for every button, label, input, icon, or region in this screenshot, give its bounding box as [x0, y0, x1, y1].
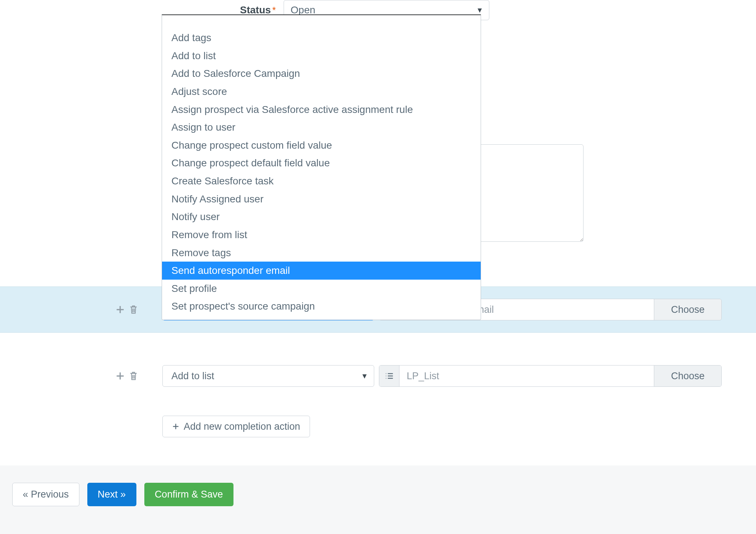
- previous-button[interactable]: « Previous: [12, 483, 79, 506]
- dropdown-option[interactable]: Add to Salesforce Campaign: [162, 65, 481, 83]
- dropdown-option[interactable]: Send autoresponder email: [162, 262, 481, 280]
- list-icon[interactable]: [379, 366, 399, 386]
- choose-button-1[interactable]: Choose: [654, 299, 721, 320]
- dropdown-option[interactable]: Remove tags: [162, 244, 481, 262]
- trash-icon[interactable]: [129, 305, 139, 314]
- confirm-save-button[interactable]: Confirm & Save: [144, 483, 233, 506]
- dropdown-option[interactable]: Notify user: [162, 208, 481, 226]
- add-completion-action-button[interactable]: Add new completion action: [162, 416, 310, 437]
- required-asterisk: *: [272, 5, 276, 16]
- chevron-down-icon: ▼: [476, 6, 484, 14]
- dropdown-option[interactable]: Remove from list: [162, 226, 481, 244]
- row-tools: [115, 371, 139, 381]
- dropdown-option[interactable]: Add to list: [162, 47, 481, 65]
- dropdown-option[interactable]: Create Salesforce task: [162, 172, 481, 190]
- action-select-2[interactable]: Add to list ▼: [162, 365, 374, 387]
- dropdown-option[interactable]: Set profile: [162, 280, 481, 298]
- next-button[interactable]: Next »: [87, 483, 136, 506]
- choose-button-2[interactable]: Choose: [654, 366, 721, 386]
- chevron-down-icon: ▼: [361, 372, 368, 380]
- wizard-buttons: « Previous Next » Confirm & Save: [12, 483, 233, 506]
- trash-icon[interactable]: [129, 371, 139, 381]
- dropdown-option[interactable]: Add tags: [162, 29, 481, 47]
- dropdown-option[interactable]: Change prospect default field value: [162, 154, 481, 172]
- completion-action-row-2: Add to list ▼ LP_List Choose: [0, 353, 756, 399]
- action-dropdown[interactable]: Add tagsAdd to listAdd to Salesforce Cam…: [162, 14, 481, 320]
- add-icon[interactable]: [115, 371, 126, 381]
- dropdown-option[interactable]: Set prospect's source campaign: [162, 297, 481, 315]
- target-picker-2: LP_List Choose: [379, 365, 722, 387]
- add-icon[interactable]: [115, 305, 126, 314]
- dropdown-option[interactable]: Assign prospect via Salesforce active as…: [162, 101, 481, 119]
- dropdown-option[interactable]: Adjust score: [162, 83, 481, 101]
- dropdown-option[interactable]: Assign to user: [162, 118, 481, 136]
- target-input-2[interactable]: LP_List: [399, 366, 654, 386]
- dropdown-option[interactable]: Change prospect custom field value: [162, 136, 481, 154]
- action-select-2-value: Add to list: [171, 371, 214, 382]
- row-tools: [115, 305, 139, 314]
- plus-icon: [172, 423, 179, 430]
- dropdown-option[interactable]: Notify Assigned user: [162, 190, 481, 208]
- add-completion-action-label: Add new completion action: [184, 421, 300, 432]
